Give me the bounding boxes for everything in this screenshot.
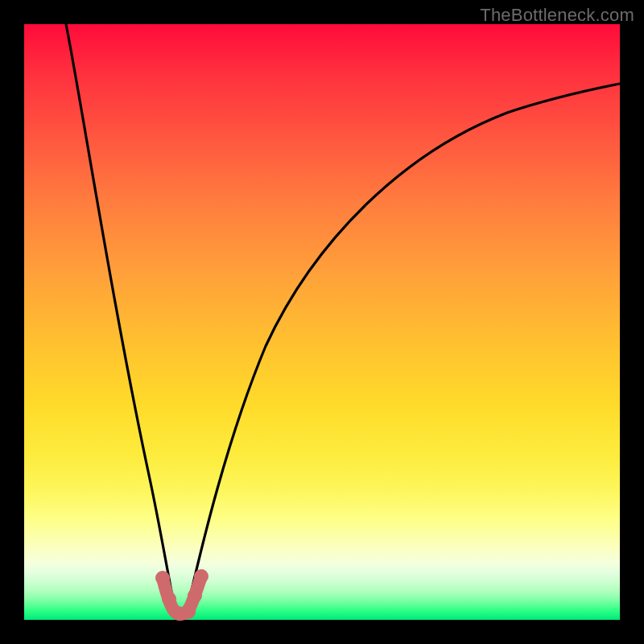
chart-frame: TheBottleneck.com — [0, 0, 644, 644]
plot-area — [24, 24, 620, 620]
watermark-text: TheBottleneck.com — [480, 5, 634, 26]
svg-point-4 — [188, 588, 202, 603]
svg-point-0 — [155, 571, 170, 585]
svg-point-3 — [181, 605, 196, 619]
svg-point-1 — [162, 592, 176, 606]
svg-point-5 — [194, 569, 208, 584]
highlight-minimum — [24, 24, 620, 620]
